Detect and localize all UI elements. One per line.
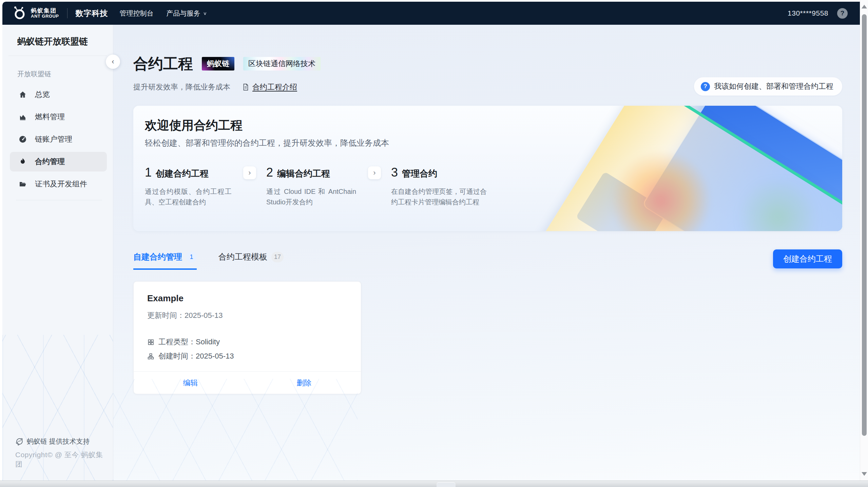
sidebar-item-chain-accounts[interactable]: 链账户管理 [10, 129, 107, 149]
scroll-up-arrow[interactable] [862, 5, 867, 8]
help-icon[interactable]: ? [837, 8, 848, 19]
nav-console-label: 管理控制台 [120, 9, 154, 18]
main-content: 合约工程 蚂蚁链 区块链通信网络技术 提升研发效率，降低业务成本 合约工程介绍 [113, 25, 860, 481]
step-title: 编辑合约工程 [277, 168, 330, 180]
project-card-actions: 编辑 删除 [134, 371, 361, 394]
step-arrow-button-1[interactable]: › [243, 166, 256, 179]
create-contract-project-button[interactable]: 创建合约工程 [773, 249, 842, 268]
topbar-right: 130****9558 ? [788, 8, 848, 19]
project-type-row: 工程类型：Solidity [147, 336, 347, 348]
nav-products-label: 产品与服务 [167, 9, 200, 18]
chevron-right-icon: › [248, 168, 251, 177]
chevron-left-icon: ‹ [112, 57, 114, 66]
brand-title: 数字科技 [76, 8, 108, 19]
tab-count-badge: 17 [271, 252, 284, 262]
page-title: 合约工程 [133, 54, 193, 73]
step-description: 通过合约模版、合约工程工具、空工程创建合约 [145, 186, 232, 207]
step-arrow-button-2[interactable]: › [368, 166, 381, 179]
project-card[interactable]: Example 更新时间：2025-05-13 工程类型：Solid [133, 281, 361, 394]
sidebar-item-label: 合约管理 [35, 157, 65, 167]
badge-blockchain-tech: 区块链通信网络技术 [243, 57, 321, 70]
sidebar-item-certificates[interactable]: 证书及开发组件 [10, 174, 107, 194]
help-pill-text: 我该如何创建、部署和管理合约工程 [714, 81, 833, 92]
project-card-body: Example 更新时间：2025-05-13 工程类型：Solid [134, 282, 361, 362]
dock-handle[interactable] [437, 482, 456, 487]
tab-label: 自建合约管理 [133, 251, 182, 262]
vertical-scrollbar[interactable] [860, 0, 868, 481]
sidebar-item-overview[interactable]: 总览 [10, 85, 107, 104]
step-manage: 3 管理合约 在自建合约管理页签，可通过合约工程卡片管理编辑合约工程 [391, 165, 493, 207]
sidebar-item-fuel[interactable]: 燃料管理 [10, 107, 107, 127]
step-head: 1 创建合约工程 [145, 165, 237, 180]
top-navigation: 管理控制台 产品与服务 ∨ [120, 9, 207, 18]
step-number: 3 [391, 165, 398, 180]
scrollbar-thumb[interactable] [862, 14, 867, 436]
project-meta: 工程类型：Solidity 创建时间：2025-05-13 [147, 336, 347, 362]
help-pill[interactable]: ? 我该如何创建、部署和管理合约工程 [694, 77, 842, 96]
nav-products[interactable]: 产品与服务 ∨ [167, 9, 207, 18]
project-type-text: 工程类型：Solidity [158, 336, 220, 348]
step-head: 2 编辑合约工程 [266, 165, 362, 180]
bottom-edge-strip [0, 481, 868, 487]
sidebar-title: 蚂蚁链开放联盟链 [17, 36, 106, 47]
chevron-down-icon: ∨ [203, 11, 207, 16]
chevron-right-icon: › [373, 168, 375, 177]
document-icon [242, 83, 249, 91]
provider-line: 蚂蚁链 提供技术支持 [15, 437, 108, 446]
flame-icon [19, 158, 27, 166]
welcome-inner: 欢迎使用合约工程 轻松创建、部署和管理你的合约工程，提升研发效率，降低业务成本 … [133, 106, 842, 207]
step-create: 1 创建合约工程 通过合约模版、合约工程工具、空工程创建合约 [145, 165, 237, 207]
sidebar-item-label: 证书及开发组件 [35, 179, 87, 189]
tabs-row: 自建合约管理 1 合约工程模板 17 创建合约工程 [133, 249, 842, 272]
welcome-card: 欢迎使用合约工程 轻松创建、部署和管理你的合约工程，提升研发效率，降低业务成本 … [133, 106, 842, 231]
topbar-divider [67, 8, 67, 18]
tab-label: 合约工程模板 [218, 251, 267, 262]
folder-icon [19, 180, 27, 188]
sidebar-group-label: 开放联盟链 [2, 56, 113, 85]
sidebar-menu: 总览 燃料管理 [2, 85, 113, 194]
sidebar-item-label: 链账户管理 [35, 134, 72, 144]
steps-row: 1 创建合约工程 通过合约模版、合约工程工具、空工程创建合约 › 2 [145, 165, 842, 207]
step-edit: 2 编辑合约工程 通过 Cloud IDE 和 AntChain Studio开… [266, 165, 362, 207]
project-created-text: 创建时间：2025-05-13 [158, 350, 234, 362]
step-head: 3 管理合约 [391, 165, 493, 180]
sidebar-collapse-button[interactable]: ‹ [106, 55, 120, 69]
screen: 蚂蚁集团 ANT GROUP 数字科技 管理控制台 产品与服务 ∨ 130***… [0, 0, 868, 487]
fuel-chart-icon [19, 113, 27, 121]
ant-group-logo-text: 蚂蚁集团 ANT GROUP [31, 8, 59, 18]
badge-antchain: 蚂蚁链 [202, 57, 234, 70]
step-number: 1 [145, 165, 152, 180]
scroll-down-arrow[interactable] [862, 472, 867, 476]
welcome-subtitle: 轻松创建、部署和管理你的合约工程，提升研发效率，降低业务成本 [145, 138, 842, 148]
step-number: 2 [266, 165, 273, 180]
sidebar-item-label: 总览 [35, 89, 50, 100]
tab-count-badge: 1 [186, 252, 197, 262]
grid-icon [147, 339, 154, 346]
welcome-title: 欢迎使用合约工程 [145, 118, 842, 133]
question-glyph: ? [841, 9, 845, 17]
logo-line1: 蚂蚁集团 [31, 8, 59, 14]
step-description: 在自建合约管理页签，可通过合约工程卡片管理编辑合约工程 [391, 186, 487, 207]
flow-icon [147, 353, 154, 360]
project-created-row: 创建时间：2025-05-13 [147, 350, 347, 362]
step-title: 管理合约 [402, 168, 437, 180]
sidebar-item-contracts[interactable]: 合约管理 [10, 152, 107, 171]
ant-group-logo[interactable]: 蚂蚁集团 ANT GROUP [13, 6, 59, 20]
ant-logo-icon [13, 6, 27, 20]
gauge-icon [19, 135, 27, 143]
tab-self-built-contracts[interactable]: 自建合约管理 1 [133, 251, 197, 270]
project-name: Example [147, 293, 347, 304]
delete-action[interactable]: 删除 [247, 372, 361, 394]
antchain-network-icon [15, 437, 24, 446]
app-window: 蚂蚁集团 ANT GROUP 数字科技 管理控制台 产品与服务 ∨ 130***… [2, 2, 860, 481]
project-updated: 更新时间：2025-05-13 [147, 310, 347, 321]
home-icon [19, 90, 27, 99]
step-title: 创建合约工程 [156, 168, 209, 180]
tab-contract-templates[interactable]: 合约工程模板 17 [218, 251, 284, 270]
nav-console[interactable]: 管理控制台 [120, 9, 154, 18]
question-glyph: ? [703, 83, 707, 90]
intro-link-wrap[interactable]: 合约工程介绍 [242, 82, 297, 92]
edit-action[interactable]: 编辑 [134, 372, 247, 394]
page-title-row: 合约工程 蚂蚁链 区块链通信网络技术 [133, 54, 842, 73]
account-phone[interactable]: 130****9558 [788, 9, 828, 17]
